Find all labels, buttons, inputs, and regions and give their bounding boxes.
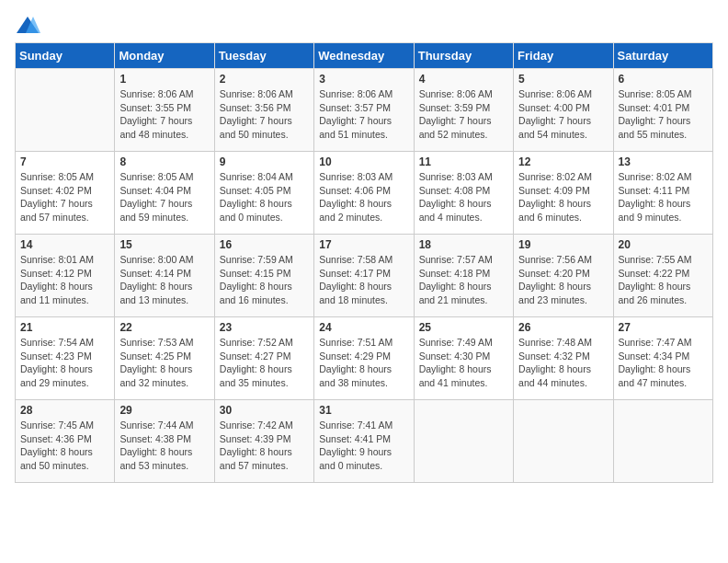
day-number: 6 [619,73,708,86]
cell-content: Sunrise: 7:53 AM Sunset: 4:25 PM Dayligh… [119,336,209,390]
calendar-cell: 26Sunrise: 7:48 AM Sunset: 4:32 PM Dayli… [514,317,613,400]
day-number: 21 [20,321,109,334]
cell-content: Sunrise: 8:06 AM Sunset: 3:57 PM Dayligh… [319,87,408,142]
calendar-week-row: 7Sunrise: 8:05 AM Sunset: 4:02 PM Daylig… [16,152,713,235]
cell-content: Sunrise: 7:52 AM Sunset: 4:27 PM Dayligh… [220,336,309,390]
cell-content: Sunrise: 7:42 AM Sunset: 4:39 PM Dayligh… [220,419,309,473]
day-number: 11 [419,155,508,168]
cell-content: Sunrise: 7:45 AM Sunset: 4:36 PM Dayligh… [20,419,109,473]
day-number: 28 [20,404,109,417]
cell-content: Sunrise: 8:03 AM Sunset: 4:06 PM Dayligh… [319,170,408,224]
day-header-thursday: Thursday [414,43,513,69]
calendar-cell: 29Sunrise: 7:44 AM Sunset: 4:38 PM Dayli… [115,400,214,483]
calendar-cell: 12Sunrise: 8:02 AM Sunset: 4:09 PM Dayli… [514,152,613,235]
day-header-monday: Monday [115,43,214,69]
day-number: 8 [119,155,209,168]
day-number: 1 [119,73,209,86]
day-number: 20 [619,238,708,251]
day-header-friday: Friday [514,43,613,69]
calendar-cell: 17Sunrise: 7:58 AM Sunset: 4:17 PM Dayli… [314,235,414,317]
cell-content: Sunrise: 7:58 AM Sunset: 4:17 PM Dayligh… [319,253,408,307]
cell-content: Sunrise: 7:59 AM Sunset: 4:15 PM Dayligh… [220,253,309,307]
calendar-cell: 5Sunrise: 8:06 AM Sunset: 4:00 PM Daylig… [514,69,613,152]
calendar-cell: 3Sunrise: 8:06 AM Sunset: 3:57 PM Daylig… [314,69,414,152]
calendar-week-row: 28Sunrise: 7:45 AM Sunset: 4:36 PM Dayli… [16,400,713,483]
cell-content: Sunrise: 8:00 AM Sunset: 4:14 PM Dayligh… [119,253,209,307]
calendar-cell: 11Sunrise: 8:03 AM Sunset: 4:08 PM Dayli… [414,152,513,235]
cell-content: Sunrise: 8:06 AM Sunset: 3:55 PM Dayligh… [119,87,209,142]
day-number: 23 [220,321,309,334]
calendar-cell: 2Sunrise: 8:06 AM Sunset: 3:56 PM Daylig… [214,69,313,152]
cell-content: Sunrise: 7:41 AM Sunset: 4:41 PM Dayligh… [319,419,408,473]
day-number: 14 [20,238,109,251]
day-number: 17 [319,238,408,251]
day-number: 25 [419,321,508,334]
cell-content: Sunrise: 8:01 AM Sunset: 4:12 PM Dayligh… [20,253,109,307]
logo-icon [15,15,40,35]
cell-content: Sunrise: 7:54 AM Sunset: 4:23 PM Dayligh… [20,336,109,390]
day-number: 2 [220,73,309,86]
calendar-cell: 16Sunrise: 7:59 AM Sunset: 4:15 PM Dayli… [214,235,313,317]
calendar-week-row: 1Sunrise: 8:06 AM Sunset: 3:55 PM Daylig… [16,69,713,152]
day-number: 15 [119,238,209,251]
calendar-week-row: 21Sunrise: 7:54 AM Sunset: 4:23 PM Dayli… [16,317,713,400]
cell-content: Sunrise: 7:57 AM Sunset: 4:18 PM Dayligh… [419,253,508,307]
calendar-cell: 24Sunrise: 7:51 AM Sunset: 4:29 PM Dayli… [314,317,414,400]
day-number: 12 [518,155,608,168]
day-number: 27 [619,321,708,334]
calendar-cell: 27Sunrise: 7:47 AM Sunset: 4:34 PM Dayli… [613,317,712,400]
day-number: 24 [319,321,408,334]
calendar-cell: 8Sunrise: 8:05 AM Sunset: 4:04 PM Daylig… [115,152,214,235]
calendar-cell [514,400,613,483]
calendar-cell: 9Sunrise: 8:04 AM Sunset: 4:05 PM Daylig… [214,152,313,235]
cell-content: Sunrise: 8:04 AM Sunset: 4:05 PM Dayligh… [220,170,309,224]
cell-content: Sunrise: 8:03 AM Sunset: 4:08 PM Dayligh… [419,170,508,224]
day-number: 10 [319,155,408,168]
cell-content: Sunrise: 8:05 AM Sunset: 4:04 PM Dayligh… [119,170,209,224]
day-number: 9 [220,155,309,168]
calendar-cell: 19Sunrise: 7:56 AM Sunset: 4:20 PM Dayli… [514,235,613,317]
calendar-cell: 31Sunrise: 7:41 AM Sunset: 4:41 PM Dayli… [314,400,414,483]
calendar-cell: 4Sunrise: 8:06 AM Sunset: 3:59 PM Daylig… [414,69,513,152]
day-number: 13 [619,155,708,168]
cell-content: Sunrise: 7:48 AM Sunset: 4:32 PM Dayligh… [518,336,608,390]
calendar-cell: 22Sunrise: 7:53 AM Sunset: 4:25 PM Dayli… [115,317,214,400]
day-number: 4 [419,73,508,86]
day-number: 19 [518,238,608,251]
day-number: 3 [319,73,408,86]
day-header-wednesday: Wednesday [314,43,414,69]
cell-content: Sunrise: 7:49 AM Sunset: 4:30 PM Dayligh… [419,336,508,390]
cell-content: Sunrise: 8:06 AM Sunset: 4:00 PM Dayligh… [518,87,608,142]
calendar-cell: 20Sunrise: 7:55 AM Sunset: 4:22 PM Dayli… [613,235,712,317]
calendar-cell: 23Sunrise: 7:52 AM Sunset: 4:27 PM Dayli… [214,317,313,400]
day-header-sunday: Sunday [16,43,115,69]
calendar-cell [613,400,712,483]
logo [15,15,44,35]
header [15,15,713,35]
day-number: 16 [220,238,309,251]
calendar-cell: 25Sunrise: 7:49 AM Sunset: 4:30 PM Dayli… [414,317,513,400]
day-number: 5 [518,73,608,86]
day-number: 29 [119,404,209,417]
calendar-cell: 7Sunrise: 8:05 AM Sunset: 4:02 PM Daylig… [16,152,115,235]
day-header-tuesday: Tuesday [214,43,313,69]
day-number: 22 [119,321,209,334]
cell-content: Sunrise: 8:02 AM Sunset: 4:09 PM Dayligh… [518,170,608,224]
cell-content: Sunrise: 8:05 AM Sunset: 4:01 PM Dayligh… [619,87,708,142]
cell-content: Sunrise: 7:56 AM Sunset: 4:20 PM Dayligh… [518,253,608,307]
calendar-cell: 10Sunrise: 8:03 AM Sunset: 4:06 PM Dayli… [314,152,414,235]
cell-content: Sunrise: 7:47 AM Sunset: 4:34 PM Dayligh… [619,336,708,390]
cell-content: Sunrise: 8:02 AM Sunset: 4:11 PM Dayligh… [619,170,708,224]
calendar-table: SundayMondayTuesdayWednesdayThursdayFrid… [15,42,713,483]
calendar-cell: 21Sunrise: 7:54 AM Sunset: 4:23 PM Dayli… [16,317,115,400]
calendar-cell: 14Sunrise: 8:01 AM Sunset: 4:12 PM Dayli… [16,235,115,317]
cell-content: Sunrise: 8:06 AM Sunset: 3:59 PM Dayligh… [419,87,508,142]
calendar-week-row: 14Sunrise: 8:01 AM Sunset: 4:12 PM Dayli… [16,235,713,317]
calendar-cell: 13Sunrise: 8:02 AM Sunset: 4:11 PM Dayli… [613,152,712,235]
day-number: 26 [518,321,608,334]
day-number: 18 [419,238,508,251]
cell-content: Sunrise: 7:44 AM Sunset: 4:38 PM Dayligh… [119,419,209,473]
cell-content: Sunrise: 8:06 AM Sunset: 3:56 PM Dayligh… [220,87,309,142]
days-header-row: SundayMondayTuesdayWednesdayThursdayFrid… [16,43,713,69]
calendar-cell: 15Sunrise: 8:00 AM Sunset: 4:14 PM Dayli… [115,235,214,317]
